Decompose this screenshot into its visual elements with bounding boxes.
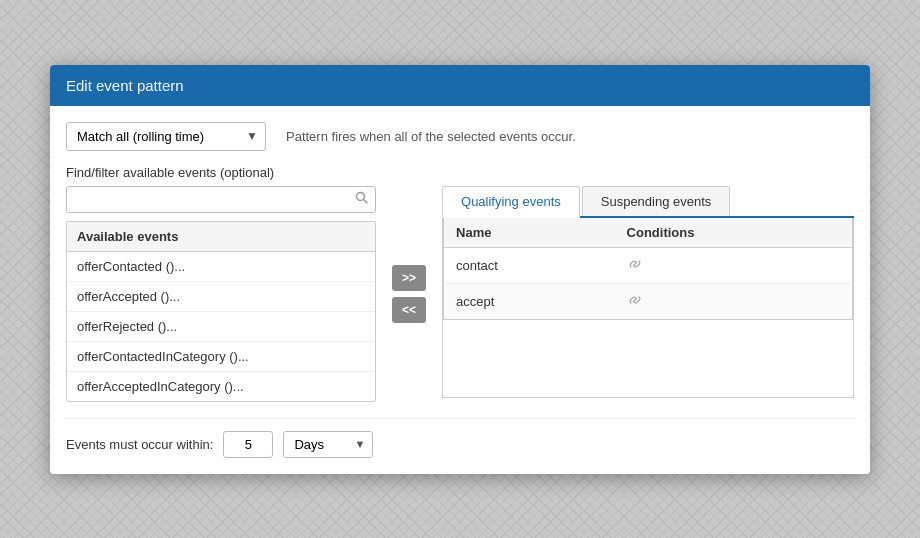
conditions-cell-accept — [615, 283, 853, 319]
search-wrapper — [66, 186, 376, 213]
search-icon — [355, 191, 368, 207]
filter-label: Find/filter available events (optional) — [66, 165, 854, 180]
modal-header: Edit event pattern — [50, 65, 870, 106]
top-row: Match all (rolling time) ▼ Pattern fires… — [66, 122, 854, 151]
events-occur-number[interactable] — [223, 431, 273, 458]
available-item-2[interactable]: offerRejected ()... — [67, 312, 375, 342]
col-conditions-header: Conditions — [615, 218, 853, 248]
days-dropdown-btn[interactable]: Days — [283, 431, 373, 458]
available-item-3[interactable]: offerContactedInCategory ()... — [67, 342, 375, 372]
tab-suspending-events[interactable]: Suspending events — [582, 186, 731, 216]
modal-body: Match all (rolling time) ▼ Pattern fires… — [50, 106, 870, 474]
available-events-items: offerContacted ()... offerAccepted ()...… — [67, 252, 375, 401]
svg-line-1 — [364, 200, 367, 203]
conditions-link-icon[interactable] — [627, 294, 643, 311]
available-item-0[interactable]: offerContacted ()... — [67, 252, 375, 282]
edit-event-pattern-modal: Edit event pattern Match all (rolling ti… — [50, 65, 870, 474]
events-table: Name Conditions contact — [443, 218, 853, 320]
available-item-1[interactable]: offerAccepted ()... — [67, 282, 375, 312]
available-events-list: Available events offerContacted ()... of… — [66, 221, 376, 402]
table-body: contact — [444, 247, 853, 319]
add-button[interactable]: >> — [392, 265, 426, 291]
pattern-type-dropdown-wrapper: Match all (rolling time) ▼ — [66, 122, 266, 151]
conditions-cell-contact — [615, 247, 853, 283]
available-events-header: Available events — [67, 222, 375, 252]
tabs: Qualifying events Suspending events — [442, 186, 854, 218]
available-item-4[interactable]: offerAcceptedInCategory ()... — [67, 372, 375, 401]
remove-button[interactable]: << — [392, 297, 426, 323]
table-header-row: Name Conditions — [444, 218, 853, 248]
search-input[interactable] — [66, 186, 376, 213]
event-name-accept: accept — [444, 283, 615, 319]
table-row: contact — [444, 247, 853, 283]
tab-qualifying-events[interactable]: Qualifying events — [442, 186, 580, 218]
pattern-type-dropdown[interactable]: Match all (rolling time) — [66, 122, 266, 151]
col-name-header: Name — [444, 218, 615, 248]
events-occur-label: Events must occur within: — [66, 437, 213, 452]
right-panel: Qualifying events Suspending events Name… — [442, 186, 854, 402]
left-panel: Available events offerContacted ()... of… — [66, 186, 376, 402]
main-content: Available events offerContacted ()... of… — [66, 186, 854, 402]
modal-title: Edit event pattern — [66, 77, 184, 94]
transfer-buttons: >> << — [388, 186, 430, 402]
conditions-link-icon[interactable] — [627, 258, 643, 275]
pattern-description: Pattern fires when all of the selected e… — [286, 129, 576, 144]
days-dropdown-wrapper: Days ▼ — [283, 431, 373, 458]
event-name-contact: contact — [444, 247, 615, 283]
events-table-wrapper: Name Conditions contact — [442, 218, 854, 398]
bottom-row: Events must occur within: Days ▼ — [66, 418, 854, 458]
table-row: accept — [444, 283, 853, 319]
